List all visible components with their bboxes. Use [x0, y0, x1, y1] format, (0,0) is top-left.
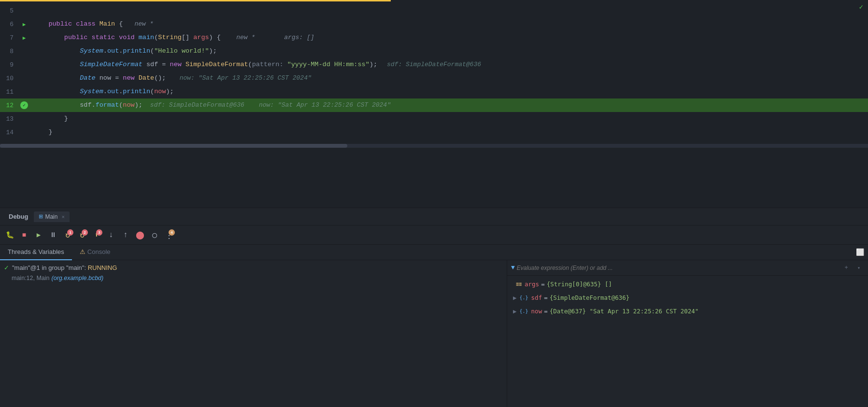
var-name-now: now — [531, 307, 542, 316]
code-line-11: 11 System.out.println(now); — [0, 85, 868, 98]
var-value-args: {String[0]@635} [] — [547, 280, 612, 289]
debug-body: ✓ "main"@1 in group "main": RUNNING main… — [0, 260, 868, 407]
var-equals: = — [544, 307, 548, 316]
threads-variables-tab[interactable]: Threads & Variables — [0, 245, 72, 260]
stack-frame-row[interactable]: main:12, Main (org.example.bcbd) — [0, 273, 507, 283]
line-number: 11 — [0, 88, 19, 96]
stack-class: (org.example.bcbd) — [52, 275, 104, 281]
debug-label: Debug — [4, 213, 33, 220]
code-line-10: 10 Date now = new Date(); now: "Sat Apr … — [0, 71, 868, 85]
warning-icon: ⚠ — [80, 248, 85, 255]
var-value-sdf: {SimpleDateFormat@636} — [550, 293, 630, 303]
code-line-12: 12 ✓ sdf.format(now);sdf: SimpleDateForm… — [0, 98, 868, 112]
code-editor: ✓ 5 6 ▶ public class Main { new * 7 ▶ pu… — [0, 0, 868, 208]
var-row-args[interactable]: ≡≡ args = {String[0]@635} [] — [507, 278, 868, 291]
thread-row[interactable]: ✓ "main"@1 in group "main": RUNNING — [0, 262, 507, 273]
line-number: 12 — [0, 102, 19, 109]
evaluate-input[interactable] — [517, 265, 839, 271]
console-tab-label: Console — [87, 248, 111, 255]
line-content: public static void main(String[] args) {… — [29, 31, 868, 44]
run-arrow-icon: ▶ — [23, 21, 26, 28]
var-equals: = — [541, 280, 545, 289]
line-number: 10 — [0, 75, 19, 82]
var-value-now: {Date@637} "Sat Apr 13 22:25:26 CST 2024… — [550, 307, 699, 316]
line-content: } — [29, 126, 868, 139]
content-tabs-bar: Threads & Variables ⚠ Console ⬜ — [0, 245, 868, 260]
debug-tab-main[interactable]: ⊞ Main × — [34, 211, 69, 222]
close-tab-icon[interactable]: × — [61, 214, 64, 220]
variables-panel: ▼ + ▾ ≡≡ args = {String[0]@635} [] ▶ — [507, 260, 868, 407]
thread-label: "main"@1 in group "main": RUNNING — [12, 264, 117, 271]
line-number: 7 — [0, 34, 19, 42]
evaluate-bar: ▼ + ▾ — [507, 260, 868, 276]
mute-breakpoints-button[interactable]: ◯ — [148, 228, 161, 242]
bug-icon[interactable]: 🐛 — [3, 228, 16, 242]
debug-panel: Debug ⊞ Main × 🐛 ■ ▶ ⏸ ↻ 1 ↻ 2 ⬆ 3 — [0, 208, 868, 407]
step-into-my-code-button[interactable]: ↓ — [104, 228, 118, 242]
code-line-9: 9 SimpleDateFormat sdf = new SimpleDateF… — [0, 58, 868, 71]
thread-check-icon: ✓ — [4, 264, 9, 271]
add-breakpoint-button[interactable]: ⬤ — [133, 228, 147, 242]
restore-layout-button[interactable]: ⬜ — [854, 247, 865, 258]
tab-icon: ⊞ — [39, 213, 43, 220]
var-row-sdf[interactable]: ▶ {.} sdf = {SimpleDateFormat@636} — [507, 291, 868, 305]
line-content: System.out.println("Hello world!"); — [29, 44, 868, 58]
line-number: 5 — [0, 7, 19, 14]
breakpoint-icon: ✓ — [20, 101, 28, 109]
code-line-7: 7 ▶ public static void main(String[] arg… — [0, 31, 868, 44]
panel-right-controls: ⬜ — [854, 247, 868, 258]
expand-panel-button[interactable]: ▾ — [854, 263, 864, 273]
var-equals: = — [544, 293, 548, 303]
var-name-args: args — [525, 280, 539, 289]
threads-panel: ✓ "main"@1 in group "main": RUNNING main… — [0, 260, 507, 407]
filter-icon[interactable]: ▼ — [511, 264, 515, 271]
code-line-14: 14 } — [0, 126, 868, 139]
step-into-button[interactable]: ↻ 2 — [75, 228, 89, 242]
code-line-8: 8 System.out.println("Hello world!"); — [0, 44, 868, 58]
resume-button[interactable]: ▶ — [32, 228, 45, 242]
debug-tabs-bar: Debug ⊞ Main × — [0, 208, 868, 225]
line-content: } — [29, 112, 868, 126]
obj-type-icon: {.} — [520, 307, 528, 316]
threads-variables-tab-label: Threads & Variables — [8, 248, 64, 255]
code-line-5: 5 — [0, 4, 868, 17]
line-number: 14 — [0, 129, 19, 136]
variable-list: ≡≡ args = {String[0]@635} [] ▶ {.} sdf =… — [507, 276, 868, 407]
code-line-6: 6 ▶ public class Main { new * — [0, 17, 868, 31]
line-content: public class Main { new * — [29, 17, 868, 31]
debug-toolbar: 🐛 ■ ▶ ⏸ ↻ 1 ↻ 2 ⬆ 3 ↓ ↑ ⬤ ◯ ⋮ 4 — [0, 225, 868, 245]
line-number: 8 — [0, 48, 19, 55]
tab-name: Main — [45, 213, 57, 220]
obj-type-icon: {.} — [520, 293, 528, 303]
add-to-watches-button[interactable]: + — [841, 263, 852, 273]
stack-location: main:12, Main — [12, 275, 50, 281]
var-name-sdf: sdf — [531, 293, 542, 303]
line-number: 6 — [0, 21, 19, 28]
smart-step-out-button[interactable]: ↑ — [119, 228, 132, 242]
code-line-13: 13 } — [0, 112, 868, 126]
var-row-now[interactable]: ▶ {.} now = {Date@637} "Sat Apr 13 22:25… — [507, 305, 868, 318]
progress-bar — [0, 0, 391, 1]
console-tab[interactable]: ⚠ Console — [72, 245, 118, 260]
line-number: 13 — [0, 115, 19, 123]
horizontal-scrollbar[interactable] — [0, 144, 868, 148]
expand-icon[interactable]: ▶ — [513, 293, 517, 303]
line-content: sdf.format(now);sdf: SimpleDateFormat@63… — [29, 98, 868, 112]
thread-status: RUNNING — [88, 264, 117, 271]
array-type-icon: ≡≡ — [516, 280, 522, 289]
run-arrow-icon: ▶ — [23, 35, 26, 41]
code-lines: 5 6 ▶ public class Main { new * 7 ▶ publ… — [0, 0, 868, 139]
pause-button[interactable]: ⏸ — [46, 228, 60, 242]
step-over-button[interactable]: ↻ 1 — [61, 228, 74, 242]
stop-button[interactable]: ■ — [17, 228, 31, 242]
expand-icon[interactable]: ▶ — [513, 307, 517, 316]
line-content: System.out.println(now); — [29, 85, 868, 98]
step-out-button[interactable]: ⬆ 3 — [90, 228, 103, 242]
more-options-button[interactable]: ⋮ 4 — [162, 228, 176, 242]
line-content: SimpleDateFormat sdf = new SimpleDateFor… — [29, 58, 868, 71]
line-number: 9 — [0, 61, 19, 69]
line-content: Date now = new Date(); now: "Sat Apr 13 … — [29, 71, 868, 85]
